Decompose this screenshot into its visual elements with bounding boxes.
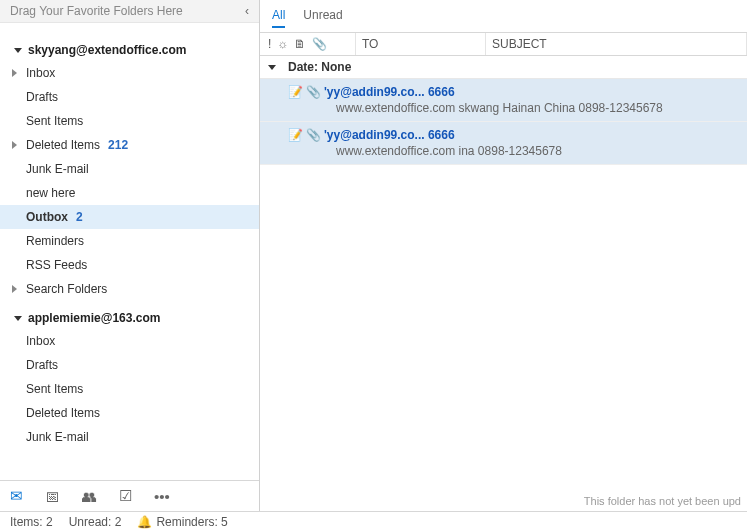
attachment-icon: 📎 <box>312 37 327 51</box>
folder-junk-e-mail[interactable]: Junk E-mail <box>0 157 259 181</box>
account-header[interactable]: applemiemie@163.com <box>0 307 259 329</box>
flag-columns[interactable]: ! ☼ 🗎 📎 <box>260 33 356 55</box>
folder-deleted-items[interactable]: Deleted Items212 <box>0 133 259 157</box>
attachment-icon: 📎 <box>306 85 320 99</box>
column-headers: ! ☼ 🗎 📎 TO SUBJECT <box>260 32 747 56</box>
column-subject[interactable]: SUBJECT <box>486 33 747 55</box>
status-unread: Unread: 2 <box>69 515 122 529</box>
draft-icon: 📝 <box>288 128 302 142</box>
chevron-left-icon[interactable]: ‹ <box>245 4 249 18</box>
folder-inbox[interactable]: Inbox <box>0 61 259 85</box>
folder-reminders[interactable]: Reminders <box>0 229 259 253</box>
folder-drafts[interactable]: Drafts <box>0 353 259 377</box>
status-note: This folder has not yet been upd <box>584 495 741 507</box>
mail-icon[interactable]: ✉ <box>10 487 23 505</box>
status-items: Items: 2 <box>10 515 53 529</box>
folder-inbox[interactable]: Inbox <box>0 329 259 353</box>
folder-sent-items[interactable]: Sent Items <box>0 109 259 133</box>
status-bar: Items: 2 Unread: 2 🔔Reminders: 5 <box>0 511 747 532</box>
bell-icon: 🔔 <box>137 515 152 529</box>
folder-sent-items[interactable]: Sent Items <box>0 377 259 401</box>
folder-pane: Drag Your Favorite Folders Here ‹ skyyan… <box>0 0 260 511</box>
status-reminders: 🔔Reminders: 5 <box>137 515 227 529</box>
draft-icon: 📝 <box>288 85 302 99</box>
favorites-drop-label: Drag Your Favorite Folders Here <box>10 4 183 18</box>
caret-down-icon <box>268 65 276 70</box>
importance-icon: ! <box>268 37 271 51</box>
calendar-icon[interactable]: 📅︎ <box>45 488 60 505</box>
message-row[interactable]: 📝📎'yy@addin99.co... 6666www.extendoffice… <box>260 79 747 122</box>
message-row[interactable]: 📝📎'yy@addin99.co... 6666www.extendoffice… <box>260 122 747 165</box>
folder-rss-feeds[interactable]: RSS Feeds <box>0 253 259 277</box>
account-header[interactable]: skyyang@extendoffice.com <box>0 39 259 61</box>
folder-search-folders[interactable]: Search Folders <box>0 277 259 301</box>
folder-new-here[interactable]: new here <box>0 181 259 205</box>
favorites-drop-hint: Drag Your Favorite Folders Here ‹ <box>0 0 259 23</box>
message-preview: www.extendoffice.com skwang Hainan China… <box>288 101 739 115</box>
folder-junk-e-mail[interactable]: Junk E-mail <box>0 425 259 449</box>
group-header[interactable]: Date: None <box>260 56 747 78</box>
more-icon[interactable]: ••• <box>154 488 170 505</box>
message-from: 'yy@addin99.co... 6666 <box>324 85 739 99</box>
reminder-icon: ☼ <box>277 37 288 51</box>
folder-drafts[interactable]: Drafts <box>0 85 259 109</box>
column-to[interactable]: TO <box>356 33 486 55</box>
message-list-pane: All Unread ! ☼ 🗎 📎 TO SUBJECT Date: None <box>260 0 747 511</box>
item-type-icon: 🗎 <box>294 37 306 51</box>
tab-unread[interactable]: Unread <box>303 8 342 28</box>
message-preview: www.extendoffice.com ina 0898-12345678 <box>288 144 739 158</box>
tab-all[interactable]: All <box>272 8 285 28</box>
people-icon[interactable]: 👥︎ <box>82 488 97 505</box>
folder-deleted-items[interactable]: Deleted Items <box>0 401 259 425</box>
group-label: Date: None <box>288 60 351 74</box>
tasks-icon[interactable]: ☑ <box>119 487 132 505</box>
attachment-icon: 📎 <box>306 128 320 142</box>
nav-bar: ✉ 📅︎ 👥︎ ☑ ••• <box>0 480 259 511</box>
folder-outbox[interactable]: Outbox2 <box>0 205 259 229</box>
message-from: 'yy@addin99.co... 6666 <box>324 128 739 142</box>
